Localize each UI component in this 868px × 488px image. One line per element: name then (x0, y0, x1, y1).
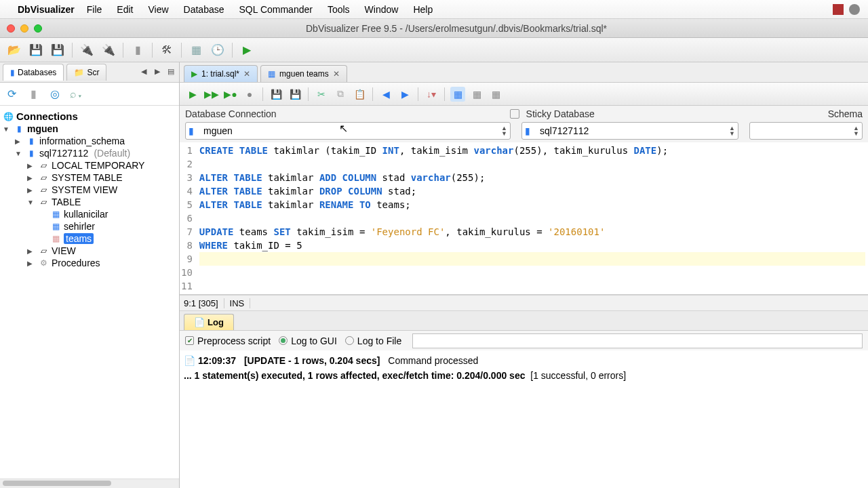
tree-table[interactable]: sehirler (64, 221, 95, 232)
window-titlebar: DbVisualizer Free 9.5 - /Users/erolmesut… (0, 19, 868, 38)
database-icon: ▮ (14, 123, 24, 134)
app-name[interactable]: DbVisualizer (18, 4, 75, 15)
database-combo[interactable]: ▮ sql7127112 ▲▼ (521, 122, 738, 140)
nav-fwd-icon[interactable]: ▶ (152, 67, 163, 78)
copy-icon[interactable]: ⧉ (333, 87, 348, 102)
expand-icon[interactable]: ▶ (27, 186, 35, 194)
paste-icon[interactable]: 📋 (352, 87, 367, 102)
execute-icon[interactable]: ▶ (185, 87, 200, 102)
log-summary-tail: [1 successful, 0 errors] (530, 370, 626, 381)
schema-icon: ▮ (26, 148, 37, 159)
save-icon[interactable]: 💾 (269, 87, 283, 102)
sidebar-tab-scripts[interactable]: 📁 Scr (66, 64, 106, 81)
expand-icon[interactable]: ▶ (27, 260, 35, 267)
filetab-teams[interactable]: ▦ mguen teams ✕ (260, 65, 347, 82)
menu-database[interactable]: Database (184, 4, 224, 15)
tree-conn[interactable]: mguen (27, 123, 58, 134)
cut-icon[interactable]: ✂ (314, 87, 329, 102)
connection-combo[interactable]: ▮ mguen ▲▼ (185, 122, 511, 140)
menu-view[interactable]: View (148, 4, 168, 15)
save-icon[interactable]: 💾 (28, 43, 43, 58)
prev-icon[interactable]: ◀ (378, 87, 393, 102)
sidebar-tab-databases[interactable]: ▮ Databases (3, 64, 64, 81)
log-file-input[interactable] (412, 333, 863, 348)
stop-icon[interactable]: ▮ (26, 87, 41, 102)
menubar-extra-icon-2[interactable] (849, 4, 860, 15)
expand-icon[interactable]: ▶ (15, 138, 23, 145)
tree-category[interactable]: SYSTEM VIEW (52, 184, 117, 195)
tree-category[interactable]: Procedures (52, 258, 100, 268)
preprocess-checkbox[interactable]: ✔Preprocess script (185, 336, 271, 346)
menu-help[interactable]: Help (413, 4, 433, 15)
database-icon: ▮ (525, 125, 536, 136)
tree-category[interactable]: TABLE (52, 197, 81, 207)
combo-value: mguen (203, 125, 233, 136)
combo-value: sql7127112 (540, 125, 589, 136)
stop-icon[interactable]: ● (242, 87, 257, 102)
log-tab-label: Log (208, 317, 224, 327)
nav-list-icon[interactable]: ▤ (165, 67, 176, 78)
tree-category[interactable]: LOCAL TEMPORARY (52, 160, 144, 171)
target-icon[interactable]: ◎ (47, 87, 62, 102)
tree-schema[interactable]: sql7127112 (39, 148, 88, 159)
expand-icon[interactable]: ▶ (27, 174, 35, 182)
globe-icon: 🌐 (3, 111, 14, 122)
tree-category[interactable]: SYSTEM TABLE (52, 172, 123, 183)
tree-table-selected[interactable]: teams (64, 233, 94, 244)
refresh-icon[interactable]: ⟳ (4, 87, 19, 102)
window-minimize-button[interactable] (20, 24, 28, 33)
run-icon[interactable]: ▶ (239, 43, 254, 58)
connect-icon[interactable]: 🔌 (79, 43, 94, 58)
sql-editor[interactable]: 1234567891011 CREATE TABLE takimlar (tak… (180, 142, 868, 295)
schema-combo[interactable]: ▲▼ (749, 122, 863, 140)
tree-header: Connections (16, 110, 78, 122)
tools-icon[interactable]: 🛠 (159, 43, 174, 58)
execute-explain-icon[interactable]: ▶● (223, 87, 238, 102)
log-tab[interactable]: 📄 Log (184, 314, 234, 330)
menubar-extra-icon-1[interactable] (833, 4, 844, 15)
layout-2-icon[interactable]: ▦ (469, 87, 484, 102)
schema-icon: ▮ (26, 136, 37, 146)
sticky-label: Sticky Database (526, 108, 595, 119)
tree-table[interactable]: kullanicilar (64, 209, 108, 220)
open-icon[interactable]: 📂 (7, 43, 22, 58)
log-file-radio[interactable]: Log to File (345, 336, 401, 346)
nav-back-icon[interactable]: ◀ (138, 67, 149, 78)
editor-code[interactable]: CREATE TABLE takimlar (takim_ID INT, tak… (197, 142, 868, 294)
expand-icon[interactable]: ▶ (27, 247, 35, 255)
execute-current-icon[interactable]: ▶▶ (204, 87, 219, 102)
folder-icon: ▱ (38, 197, 49, 207)
filter-icon[interactable]: ⌕▾ (69, 87, 84, 102)
next-icon[interactable]: ▶ (397, 87, 412, 102)
filetab-trial[interactable]: ▶ 1: trial.sql* ✕ (184, 65, 258, 82)
sticky-checkbox[interactable] (510, 109, 519, 119)
stop-db-icon[interactable]: ▮ (130, 43, 145, 58)
table-icon[interactable]: ▦ (189, 43, 203, 58)
history-icon[interactable]: ↓▾ (424, 87, 439, 102)
menu-file[interactable]: File (87, 4, 102, 15)
close-icon[interactable]: ✕ (333, 69, 340, 79)
connection-tree[interactable]: 🌐Connections ▼▮mguen ▶▮information_schem… (0, 106, 179, 479)
menu-tools[interactable]: Tools (328, 4, 350, 15)
menu-edit[interactable]: Edit (117, 4, 133, 15)
layout-1-icon[interactable]: ▦ (450, 87, 465, 102)
tree-schema[interactable]: information_schema (39, 136, 125, 146)
disconnect-icon[interactable]: 🔌 (101, 43, 116, 58)
log-gui-radio[interactable]: Log to GUI (279, 336, 337, 346)
layout-3-icon[interactable]: ▦ (488, 87, 503, 102)
sidebar-scrollbar-x[interactable] (0, 479, 179, 488)
tree-category[interactable]: VIEW (52, 245, 76, 256)
saveas-icon[interactable]: 💾 (288, 87, 302, 102)
menu-window[interactable]: Window (365, 4, 399, 15)
clock-icon[interactable]: 🕒 (210, 43, 225, 58)
expand-icon[interactable]: ▶ (27, 162, 35, 169)
window-close-button[interactable] (7, 24, 15, 33)
window-zoom-button[interactable] (34, 24, 42, 33)
expand-icon[interactable]: ▼ (3, 125, 11, 133)
expand-icon[interactable]: ▼ (15, 150, 23, 157)
expand-icon[interactable]: ▼ (27, 199, 35, 206)
menu-sqlcommander[interactable]: SQL Commander (239, 4, 313, 15)
close-icon[interactable]: ✕ (243, 69, 250, 79)
saveas-icon[interactable]: 💾 (50, 43, 65, 58)
dbconn-label: Database Connection (185, 108, 277, 119)
